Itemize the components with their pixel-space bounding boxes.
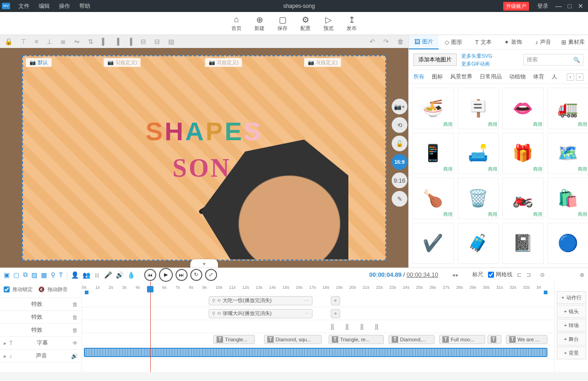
- tool-person2-icon[interactable]: 👥: [82, 271, 90, 279]
- play-button[interactable]: ▶: [159, 268, 173, 282]
- asset-item[interactable]: 📓: [502, 223, 544, 264]
- redo-icon[interactable]: ↷: [383, 38, 389, 45]
- subtitle-clip[interactable]: T: [488, 335, 501, 344]
- edit-icon[interactable]: ✎: [392, 191, 407, 207]
- subtitle-clip[interactable]: TFull moo...: [439, 335, 485, 344]
- cat-nature[interactable]: 动植物: [509, 73, 526, 81]
- camera-default[interactable]: 📷 默认: [26, 58, 52, 67]
- grid-checkbox[interactable]: 网格线: [488, 271, 512, 279]
- tool-bars-icon[interactable]: ⫼: [94, 271, 100, 279]
- playhead[interactable]: [150, 281, 151, 372]
- tab-decor[interactable]: ✦装饰: [498, 35, 528, 49]
- cat-daily[interactable]: 日常用品: [480, 73, 502, 81]
- total-time[interactable]: 00:00:34.10: [406, 271, 438, 278]
- snap1-icon[interactable]: ⊏: [517, 272, 522, 278]
- align-hcenter-icon[interactable]: ▐: [115, 38, 119, 45]
- ratio-16-9[interactable]: 16:9: [392, 154, 407, 170]
- tab-image[interactable]: 🖼图片: [409, 35, 439, 49]
- align-middle-icon[interactable]: ≡: [35, 38, 38, 45]
- link-more-svg[interactable]: 更多矢量SVG: [461, 53, 492, 60]
- asset-item[interactable]: 🧳: [458, 223, 499, 264]
- fullscreen-button[interactable]: ⤢: [205, 269, 217, 281]
- add-effect-2[interactable]: +: [331, 309, 340, 318]
- tool-camera-icon[interactable]: ▣: [4, 271, 10, 279]
- next-button[interactable]: ⏭: [176, 269, 188, 281]
- ratio-9-16[interactable]: 9:16: [392, 173, 407, 188]
- add-transition-button[interactable]: + 转场: [557, 319, 586, 332]
- cat-sports[interactable]: 体育: [533, 73, 544, 81]
- toolbar-new[interactable]: ⊕新建: [254, 15, 265, 32]
- asset-item[interactable]: 🍜商用: [412, 88, 454, 129]
- trash-icon[interactable]: 🗑: [72, 301, 78, 308]
- toolbar-preview[interactable]: ▷预览: [323, 15, 334, 32]
- cat-all[interactable]: 所有: [413, 73, 424, 81]
- marker-end[interactable]: [544, 291, 547, 294]
- prev-button[interactable]: ⏮: [144, 269, 156, 281]
- cat-icons[interactable]: 图标: [432, 73, 443, 81]
- align-top-icon[interactable]: ⊤: [21, 38, 26, 45]
- menu-edit[interactable]: 编辑: [34, 2, 54, 10]
- cat-people[interactable]: 人: [552, 73, 557, 81]
- layer-icon[interactable]: ▤: [168, 38, 174, 45]
- expand-icon[interactable]: ▸: [4, 353, 6, 359]
- delete-icon[interactable]: 🗑: [397, 38, 404, 45]
- tool-search-icon[interactable]: ⚲: [51, 271, 55, 279]
- distribute-v-icon[interactable]: ⊟: [154, 38, 160, 45]
- minimize-icon[interactable]: —: [553, 2, 564, 10]
- step-back-icon[interactable]: ◂: [452, 272, 455, 278]
- trash-icon[interactable]: 🗑: [72, 314, 78, 321]
- zoom-out-icon[interactable]: ⊖: [540, 272, 545, 278]
- tool-copy-icon[interactable]: ⧉: [23, 271, 28, 279]
- bracket-icon[interactable]: ⌋⌊: [330, 323, 335, 330]
- tool-volume-icon[interactable]: 🔊: [116, 271, 123, 279]
- trash-icon[interactable]: 🗑: [72, 327, 78, 333]
- asset-item[interactable]: 🚛商用: [547, 88, 588, 129]
- bracket-icon[interactable]: ⌋⌊: [345, 323, 349, 330]
- tool-mic-icon[interactable]: 🎤: [104, 271, 112, 279]
- camera-2[interactable]: 📷 2(自定义): [205, 58, 242, 67]
- snap2-icon[interactable]: ⊐: [526, 272, 531, 278]
- tab-shape[interactable]: ◇图形: [439, 35, 469, 49]
- tab-library[interactable]: ⊞素材库: [558, 35, 588, 49]
- tool-paste-icon[interactable]: ▦: [41, 271, 47, 279]
- flip-v-icon[interactable]: ⇅: [88, 38, 94, 45]
- tool-person-icon[interactable]: 👤: [71, 271, 79, 279]
- subtitle-clip[interactable]: TTriangle...: [213, 335, 255, 344]
- camera-3[interactable]: 📷 3(自定义): [304, 58, 341, 67]
- audio-clip[interactable]: [84, 348, 547, 357]
- mute-icon[interactable]: 🔇: [38, 286, 45, 292]
- asset-item[interactable]: 🗑️商用: [458, 178, 499, 219]
- speaker-icon[interactable]: 🔊: [71, 353, 78, 359]
- distribute-h-icon[interactable]: ⊟: [141, 38, 146, 45]
- tab-text[interactable]: T文本: [469, 35, 499, 49]
- undo-icon[interactable]: ↶: [370, 38, 375, 45]
- asset-item[interactable]: 👄商用: [502, 88, 544, 129]
- menu-help[interactable]: 帮助: [75, 2, 95, 10]
- camera-1[interactable]: 📷 1(自定义): [104, 58, 141, 67]
- loop-button[interactable]: ↻: [190, 269, 202, 281]
- asset-item[interactable]: 🔵: [547, 223, 588, 264]
- asset-item[interactable]: 📱商用: [412, 133, 454, 174]
- align-bottom-icon[interactable]: ⊥: [47, 38, 52, 45]
- cat-prev-icon[interactable]: ‹: [567, 73, 574, 81]
- timeline-tracks[interactable]: 0s1s2s3s4s5s6s7s8s9s10s11s12s13s14s15s16…: [82, 281, 554, 372]
- add-camera-button[interactable]: + 镜头: [557, 305, 586, 318]
- toolbar-config[interactable]: ⚙配置: [300, 15, 311, 32]
- flip-h-icon[interactable]: ⇋: [74, 38, 80, 45]
- asset-item[interactable]: 🪧商用: [458, 88, 499, 129]
- menu-action[interactable]: 操作: [54, 2, 75, 10]
- asset-item[interactable]: ✔️: [412, 223, 454, 264]
- bracket-icon[interactable]: ⌋⌊: [359, 323, 364, 330]
- link-more-gif[interactable]: 更多GIF动画: [461, 60, 492, 67]
- add-background-button[interactable]: + 背景: [557, 346, 586, 359]
- collapse-handle-icon[interactable]: ▾: [190, 259, 218, 268]
- upgrade-button[interactable]: 升级账户: [503, 2, 529, 11]
- asset-item[interactable]: 🏍️商用: [502, 178, 544, 219]
- zoom-in-icon[interactable]: ⊕: [580, 272, 584, 278]
- toolbar-save[interactable]: ▢保存: [277, 15, 288, 32]
- toolbar-home[interactable]: ⌂首页: [231, 15, 241, 32]
- subtitle-clip[interactable]: TDiamond, squ...: [264, 335, 322, 344]
- subtitle-clip[interactable]: TDiamond,...: [388, 335, 435, 344]
- add-action-row-button[interactable]: + 动作行: [557, 291, 586, 304]
- subtitle-clip[interactable]: TTriangle, re...: [329, 335, 384, 344]
